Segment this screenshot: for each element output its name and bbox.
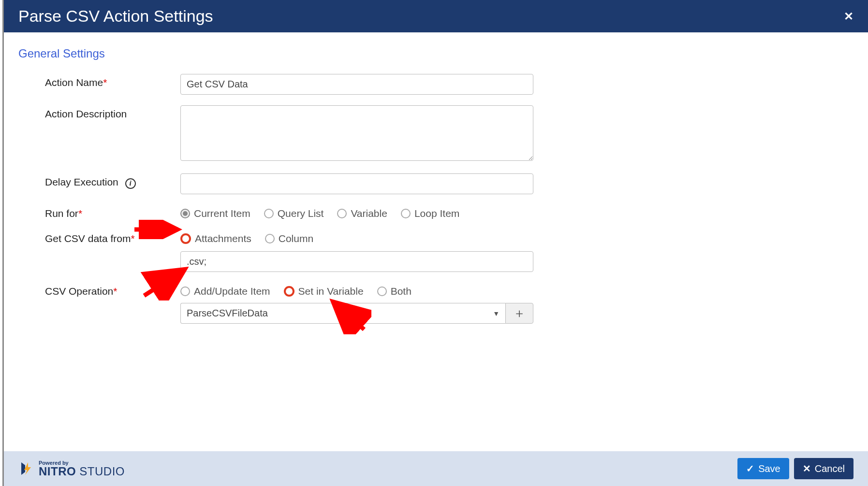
radio-icon <box>377 286 387 296</box>
cancel-button[interactable]: Cancel <box>794 458 853 479</box>
required-mark: * <box>78 208 82 219</box>
variable-select[interactable]: ParseCSVFileData ▼ <box>180 303 505 324</box>
radio-icon <box>401 209 411 218</box>
row-csv-operation: CSV Operation* Add/Update Item Set in Va… <box>18 283 853 324</box>
label-action-name: Action Name* <box>18 74 180 88</box>
radio-column[interactable]: Column <box>265 233 313 244</box>
required-mark: * <box>113 286 117 297</box>
row-run-for: Run for* Current Item Query List Variabl… <box>18 205 853 219</box>
modal-dialog: Parse CSV Action Settings ✕ General Sett… <box>2 0 868 486</box>
add-variable-button[interactable]: ＋ <box>505 303 533 324</box>
row-action-description: Action Description <box>18 105 853 163</box>
check-icon <box>746 463 754 474</box>
row-action-name: Action Name* <box>18 74 853 95</box>
logo-text: Powered by NITRO STUDIO <box>39 460 125 477</box>
chevron-down-icon: ▼ <box>493 310 500 317</box>
radio-attachments[interactable]: Attachments <box>180 233 251 244</box>
radio-icon <box>180 286 190 296</box>
row-get-csv: Get CSV data from* Attachments Column <box>18 230 853 272</box>
radio-set-variable[interactable]: Set in Variable <box>284 286 364 297</box>
section-title: General Settings <box>18 47 853 60</box>
radio-loop-item[interactable]: Loop Item <box>401 208 459 219</box>
radio-icon <box>265 234 275 243</box>
close-icon[interactable]: ✕ <box>844 10 853 23</box>
csv-pattern-input[interactable] <box>180 251 533 272</box>
modal-header: Parse CSV Action Settings ✕ <box>4 0 868 32</box>
action-description-input[interactable] <box>180 105 533 161</box>
radio-query-list[interactable]: Query List <box>264 208 324 219</box>
label-run-for: Run for* <box>18 205 180 219</box>
x-icon <box>803 463 811 474</box>
row-delay-execution: Delay Execution i <box>18 173 853 194</box>
action-name-input[interactable] <box>180 74 533 95</box>
label-csv-operation: CSV Operation* <box>18 283 180 297</box>
radio-icon <box>180 233 191 244</box>
radio-icon <box>180 209 190 218</box>
radio-icon <box>284 286 294 297</box>
logo-icon <box>18 460 35 477</box>
save-button[interactable]: Save <box>737 458 789 479</box>
label-action-description: Action Description <box>18 105 180 120</box>
info-icon[interactable]: i <box>125 178 136 189</box>
radio-add-update[interactable]: Add/Update Item <box>180 286 270 297</box>
modal-footer: Powered by NITRO STUDIO Save Cancel <box>4 451 868 486</box>
radio-icon <box>337 209 347 218</box>
label-get-csv: Get CSV data from* <box>18 230 180 244</box>
radio-current-item[interactable]: Current Item <box>180 208 250 219</box>
delay-execution-input[interactable] <box>180 173 533 194</box>
radio-icon <box>264 209 274 218</box>
brand-logo: Powered by NITRO STUDIO <box>18 460 125 477</box>
required-mark: * <box>103 77 107 88</box>
modal-body: General Settings Action Name* Action Des… <box>4 32 868 451</box>
radio-variable[interactable]: Variable <box>337 208 387 219</box>
modal-title: Parse CSV Action Settings <box>18 7 213 26</box>
radio-both[interactable]: Both <box>377 286 412 297</box>
label-delay-execution: Delay Execution i <box>18 173 180 189</box>
required-mark: * <box>131 233 134 244</box>
